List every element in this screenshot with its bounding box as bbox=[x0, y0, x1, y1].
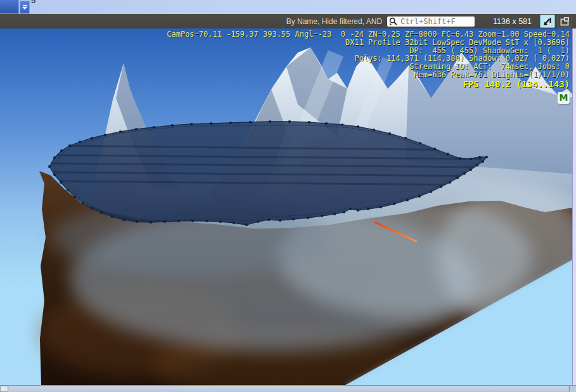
viewport-toolbar: By Name, Hide filtered, AND 1136 x 581 bbox=[0, 14, 576, 28]
horizontal-scrollbar[interactable] bbox=[0, 385, 576, 392]
search-box[interactable] bbox=[387, 16, 475, 27]
restore-window-icon bbox=[560, 16, 570, 27]
search-icon bbox=[389, 17, 397, 25]
editor-window: 5 By Name, Hide filtered, AND 1136 x 581 bbox=[0, 0, 576, 392]
top-strip: 5 bbox=[0, 0, 576, 14]
scrollbar-corner bbox=[569, 386, 576, 392]
viewport-resolution: 1136 x 581 bbox=[493, 17, 532, 26]
scrollbar-thumb[interactable] bbox=[9, 386, 568, 392]
corner-arrow-icon bbox=[542, 16, 553, 27]
restore-layout-button[interactable] bbox=[557, 15, 572, 28]
partial-label: 5 bbox=[31, 0, 35, 5]
scrollbar-left-button[interactable] bbox=[0, 386, 8, 392]
chevron-down-icon bbox=[22, 7, 27, 9]
filter-settings-label[interactable]: By Name, Hide filtered, AND bbox=[286, 17, 382, 26]
vertical-scrollbar[interactable] bbox=[572, 28, 576, 385]
viewport-3d-scene[interactable] bbox=[0, 28, 576, 385]
toolbar-overflow-button[interactable] bbox=[20, 1, 30, 14]
toolbar-fragment bbox=[0, 0, 19, 14]
search-input[interactable] bbox=[399, 16, 473, 27]
overflow-bar-icon bbox=[23, 5, 27, 6]
maximize-viewport-button[interactable] bbox=[540, 15, 555, 28]
